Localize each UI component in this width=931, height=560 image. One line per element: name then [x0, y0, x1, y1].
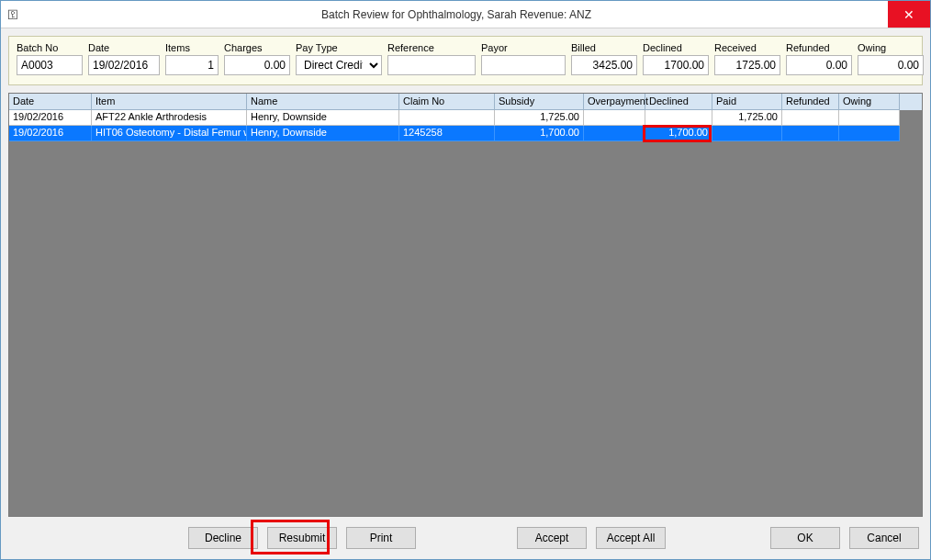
col-name[interactable]: Name — [247, 94, 399, 110]
col-declined[interactable]: Declined — [645, 94, 712, 110]
col-date[interactable]: Date — [9, 94, 92, 110]
batch-no-input[interactable] — [17, 55, 83, 75]
titlebar: ⚿ Batch Review for Ophthalmology, Sarah … — [1, 1, 930, 28]
window: ⚿ Batch Review for Ophthalmology, Sarah … — [0, 0, 931, 560]
cell-owing — [839, 110, 900, 126]
refunded-input[interactable] — [786, 55, 852, 75]
col-refunded[interactable]: Refunded — [782, 94, 839, 110]
payor-input[interactable] — [481, 55, 566, 75]
cancel-button[interactable]: Cancel — [849, 527, 919, 549]
cell-subsidy: 1,725.00 — [495, 110, 584, 126]
resubmit-button[interactable]: Resubmit — [267, 527, 337, 549]
cell-paid — [712, 126, 782, 141]
col-item[interactable]: Item — [92, 94, 247, 110]
table-row-selected[interactable]: 19/02/2016 HIT06 Osteotomy - Distal Femu… — [9, 126, 922, 141]
cell-refunded — [782, 126, 839, 141]
pay-type-select[interactable]: Direct Credit — [296, 55, 382, 75]
field-reference: Reference — [387, 42, 476, 75]
summary-panel: Batch No Date Items Charges Pay Type Dir… — [8, 36, 923, 85]
decline-button[interactable]: Decline — [188, 527, 258, 549]
col-over[interactable]: Overpayment — [584, 94, 645, 110]
field-received: Received — [714, 42, 780, 75]
col-paid[interactable]: Paid — [712, 94, 782, 110]
cell-name: Henry, Downside — [247, 110, 399, 126]
cell-over — [584, 126, 645, 141]
accept-button[interactable]: Accept — [517, 527, 587, 549]
date-input[interactable] — [88, 55, 160, 75]
field-pay-type: Pay Type Direct Credit — [296, 42, 382, 75]
field-charges: Charges — [224, 42, 290, 75]
col-claim[interactable]: Claim No — [399, 94, 495, 110]
cell-name: Henry, Downside — [247, 126, 399, 141]
col-subsidy[interactable]: Subsidy — [495, 94, 584, 110]
owing-input[interactable] — [858, 55, 924, 75]
cell-declined — [645, 110, 712, 126]
label: Billed — [571, 42, 637, 53]
label: Owing — [858, 42, 924, 53]
cell-refunded — [782, 110, 839, 126]
cell-over — [584, 110, 645, 126]
field-items: Items — [165, 42, 219, 75]
cell-owing — [839, 126, 900, 141]
print-button[interactable]: Print — [346, 527, 416, 549]
charges-input[interactable] — [224, 55, 290, 75]
field-date: Date — [88, 42, 160, 75]
grid[interactable]: Date Item Name Claim No Subsidy Overpaym… — [8, 93, 923, 517]
cell-paid: 1,725.00 — [712, 110, 782, 126]
grid-header: Date Item Name Claim No Subsidy Overpaym… — [9, 94, 922, 110]
accept-all-button[interactable]: Accept All — [596, 527, 666, 549]
field-billed: Billed — [571, 42, 637, 75]
button-bar: Decline Resubmit Print Accept Accept All… — [1, 517, 930, 559]
cell-claim: 1245258 — [399, 126, 495, 141]
cell-subsidy: 1,700.00 — [495, 126, 584, 141]
cell-date: 19/02/2016 — [9, 126, 92, 141]
cell-declined: 1,700.00 — [645, 126, 712, 141]
received-input[interactable] — [714, 55, 780, 75]
cell-claim — [399, 110, 495, 126]
declined-input[interactable] — [643, 55, 709, 75]
field-declined: Declined — [643, 42, 709, 75]
col-owing[interactable]: Owing — [839, 94, 900, 110]
label: Charges — [224, 42, 290, 53]
field-owing: Owing — [858, 42, 924, 75]
label: Date — [88, 42, 160, 53]
close-button[interactable]: ✕ — [888, 1, 930, 28]
billed-input[interactable] — [571, 55, 637, 75]
items-input[interactable] — [165, 55, 219, 75]
label: Items — [165, 42, 219, 53]
ok-button[interactable]: OK — [770, 527, 840, 549]
key-icon: ⚿ — [1, 8, 25, 21]
label: Received — [714, 42, 780, 53]
cell-item: HIT06 Osteotomy - Distal Femur wi — [92, 126, 247, 141]
reference-input[interactable] — [387, 55, 476, 75]
label: Payor — [481, 42, 566, 53]
cell-date: 19/02/2016 — [9, 110, 92, 126]
cell-item: AFT22 Ankle Arthrodesis — [92, 110, 247, 126]
label: Batch No — [17, 42, 83, 53]
label: Pay Type — [296, 42, 382, 53]
field-batch-no: Batch No — [17, 42, 83, 75]
window-title: Batch Review for Ophthalmology, Sarah Re… — [25, 8, 888, 21]
label: Reference — [387, 42, 476, 53]
field-refunded: Refunded — [786, 42, 852, 75]
table-row[interactable]: 19/02/2016 AFT22 Ankle Arthrodesis Henry… — [9, 110, 922, 126]
field-payor: Payor — [481, 42, 566, 75]
label: Declined — [643, 42, 709, 53]
label: Refunded — [786, 42, 852, 53]
